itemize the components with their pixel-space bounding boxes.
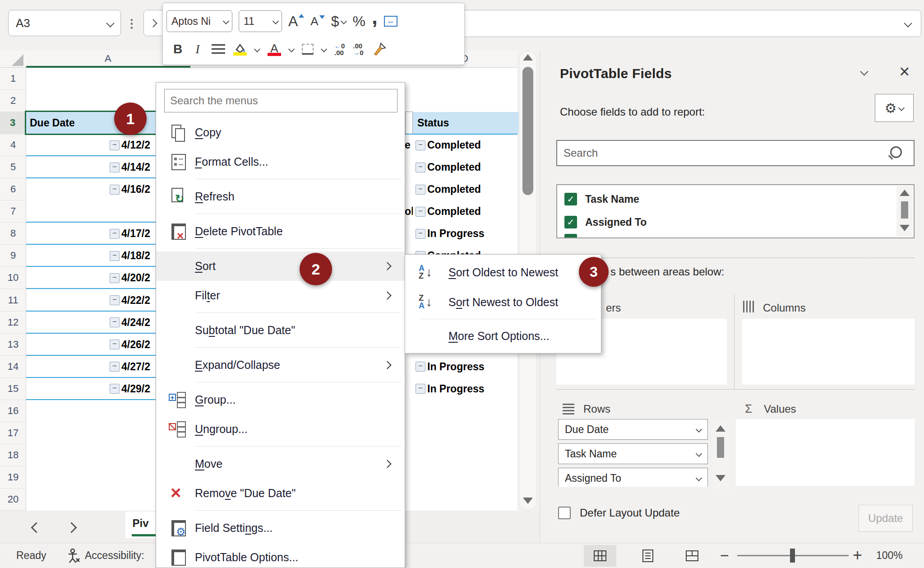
formula-bar-expand-icon[interactable]: [904, 19, 912, 27]
menu-item-format-cells[interactable]: Format Cells...: [156, 147, 405, 177]
row-header-18[interactable]: 18: [0, 444, 26, 466]
chevron-down-icon[interactable]: [696, 475, 702, 481]
row-header-17[interactable]: 17: [0, 422, 26, 444]
collapse-icon[interactable]: −: [110, 340, 120, 349]
pivot-status-cell[interactable]: −In Progress: [413, 223, 517, 245]
pivot-status-cell[interactable]: −Completed: [413, 200, 517, 223]
scrollbar-thumb[interactable]: [901, 201, 908, 219]
page-layout-view-icon[interactable]: [642, 549, 653, 562]
toolbar-grip-icon[interactable]: ⋮: [130, 13, 134, 34]
increase-decimal-button[interactable]: .00→0: [353, 42, 363, 56]
menu-item-copy[interactable]: Copy: [156, 118, 405, 147]
menu-item-field-settings[interactable]: ⚙ Field Settings...: [156, 513, 405, 543]
borders-button[interactable]: [302, 44, 314, 55]
row-header-10[interactable]: 10: [0, 267, 26, 289]
collapse-icon[interactable]: −: [416, 384, 425, 394]
collapse-icon[interactable]: −: [110, 317, 120, 327]
menu-item-move[interactable]: Move: [156, 449, 405, 479]
row-field-due-date[interactable]: Due Date: [558, 419, 708, 440]
chevron-down-icon[interactable]: [288, 46, 295, 52]
page-break-view-icon[interactable]: [686, 550, 698, 561]
fields-search-input[interactable]: [556, 140, 915, 166]
row-header-5[interactable]: 5: [0, 156, 26, 178]
defer-layout-checkbox[interactable]: [558, 507, 571, 519]
collapse-icon[interactable]: −: [416, 229, 425, 239]
chevron-down-icon[interactable]: [696, 451, 702, 457]
menu-item-subtotal-due-date[interactable]: Subtotal "Due Date": [156, 316, 405, 345]
align-icon[interactable]: [212, 44, 225, 54]
row-header-12[interactable]: 12: [0, 312, 26, 334]
menu-item-remove-due-date[interactable]: × Remove "Due Date": [156, 479, 405, 508]
pivot-status-cell[interactable]: −Completed: [413, 178, 517, 200]
values-drop-area[interactable]: [736, 419, 915, 486]
scroll-up-icon[interactable]: [900, 190, 910, 196]
fill-color-button[interactable]: [233, 43, 247, 56]
clipped-cell-fragment[interactable]: ol: [405, 200, 413, 223]
collapse-icon[interactable]: −: [110, 185, 120, 195]
scrollbar-thumb[interactable]: [717, 437, 724, 458]
field-item-assigned-to[interactable]: ✓ Assigned To: [557, 208, 914, 231]
row-header-9[interactable]: 9: [0, 245, 26, 267]
fields-list-scrollbar[interactable]: [896, 186, 913, 237]
font-color-button[interactable]: A: [268, 43, 281, 56]
collapse-icon[interactable]: −: [416, 140, 425, 150]
column-header-a[interactable]: A: [105, 53, 111, 65]
menu-item-ungroup[interactable]: Ungroup...: [156, 414, 405, 444]
bold-button[interactable]: B: [172, 42, 184, 56]
row-header-7[interactable]: 7: [0, 200, 26, 223]
pivot-status-cell[interactable]: −In Progress: [413, 378, 517, 400]
collapse-icon[interactable]: −: [110, 251, 120, 261]
collapse-icon[interactable]: −: [110, 384, 120, 394]
zoom-slider-handle[interactable]: [790, 549, 795, 563]
fields-options-button[interactable]: ⚙: [875, 94, 914, 122]
chevron-down-icon[interactable]: [321, 46, 327, 52]
row-header-15[interactable]: 15: [0, 378, 26, 400]
row-header-4[interactable]: 4: [0, 134, 26, 156]
row-header-20[interactable]: 20: [0, 489, 26, 511]
increase-font-size-button[interactable]: A: [288, 14, 304, 28]
normal-view-icon[interactable]: [594, 550, 606, 561]
collapse-icon[interactable]: −: [110, 362, 120, 372]
submenu-item-sort-newest-to-oldest[interactable]: ZA↓ Sort Newest to Oldest: [405, 287, 601, 317]
decrease-decimal-button[interactable]: ←0.00: [334, 42, 345, 56]
currency-format-button[interactable]: $: [331, 13, 346, 30]
decrease-font-size-button[interactable]: A: [310, 15, 324, 27]
pane-options-chevron-icon[interactable]: [860, 67, 868, 75]
font-name-select[interactable]: Aptos Ni: [166, 10, 232, 32]
row-header-8[interactable]: 8: [0, 223, 26, 245]
select-all-icon[interactable]: [12, 54, 23, 66]
scroll-down-icon[interactable]: [523, 498, 533, 504]
zoom-out-button[interactable]: −: [720, 547, 729, 564]
zoom-level[interactable]: 100%: [876, 549, 903, 562]
columns-drop-area[interactable]: [742, 319, 915, 385]
accessibility-status[interactable]: Accessibility:: [85, 549, 144, 562]
collapse-icon[interactable]: −: [110, 273, 120, 283]
row-field-task-name[interactable]: Task Name: [558, 443, 708, 464]
chevron-down-icon[interactable]: [254, 46, 260, 52]
collapse-icon[interactable]: −: [110, 140, 120, 150]
pivot-status-cell[interactable]: −Completed: [413, 156, 517, 178]
menu-item-pivottable-options[interactable]: PivotTable Options...: [156, 543, 405, 568]
italic-button[interactable]: I: [192, 42, 203, 56]
row-header-19[interactable]: 19: [0, 466, 26, 489]
row-header-2[interactable]: 2: [0, 90, 26, 112]
clipped-cell-fragment[interactable]: e: [405, 134, 413, 156]
fields-list[interactable]: ✓ Task Name ✓ Assigned To: [556, 184, 915, 238]
collapse-icon[interactable]: −: [416, 207, 425, 217]
rows-area-scrollbar[interactable]: [712, 421, 729, 489]
zoom-in-button[interactable]: +: [853, 546, 862, 565]
checked-checkbox-icon[interactable]: ✓: [564, 193, 577, 205]
menu-item-delete-pivottable[interactable]: × Delete PivotTable: [156, 217, 405, 246]
menu-item-group[interactable]: + Group...: [156, 385, 405, 414]
row-header-1[interactable]: 1: [0, 68, 26, 90]
menu-item-filter[interactable]: Filter: [156, 281, 405, 310]
collapse-icon[interactable]: −: [416, 185, 425, 195]
menu-item-expand-collapse[interactable]: Expand/Collapse: [156, 350, 405, 380]
row-header-11[interactable]: 11: [0, 289, 26, 312]
row-header-13[interactable]: 13: [0, 334, 26, 356]
scroll-down-icon[interactable]: [716, 475, 725, 481]
submenu-item-more-sort-options[interactable]: More Sort Options...: [405, 321, 601, 351]
collapse-icon[interactable]: −: [110, 229, 120, 239]
pivot-status-cell[interactable]: −In Progress: [413, 356, 517, 378]
menu-item-sort[interactable]: Sort: [156, 251, 405, 281]
